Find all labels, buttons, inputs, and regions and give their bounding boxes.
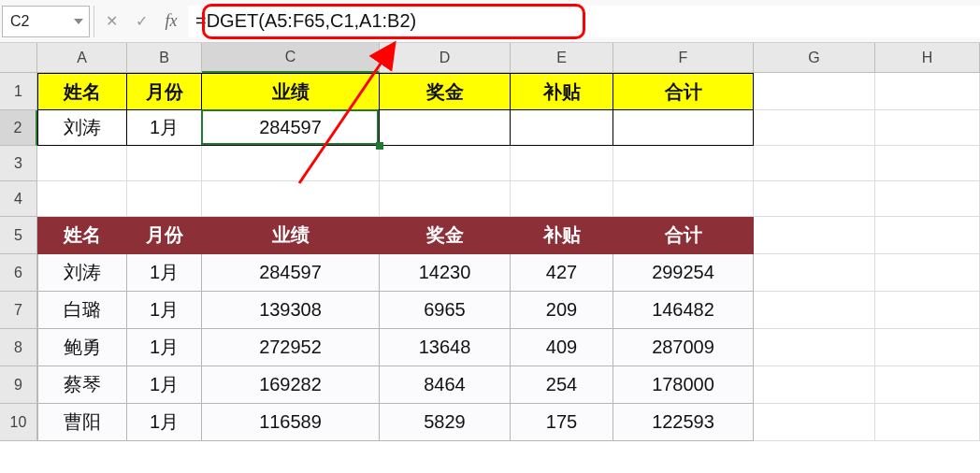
row-header-3[interactable]: 3	[0, 146, 37, 181]
column-header-E[interactable]: E	[511, 43, 613, 73]
cell[interactable]: 合计	[613, 217, 754, 254]
cell[interactable]	[875, 292, 980, 329]
cell[interactable]: 284597	[202, 110, 380, 146]
cell[interactable]	[613, 110, 754, 146]
cell[interactable]	[754, 404, 875, 441]
cell[interactable]: 1月	[127, 366, 202, 404]
cell[interactable]	[380, 110, 511, 146]
cell-grid[interactable]: 姓名月份业绩奖金补贴合计刘涛1月284597姓名月份业绩奖金补贴合计刘涛1月28…	[37, 73, 980, 441]
cell[interactable]	[511, 110, 613, 146]
column-header-D[interactable]: D	[380, 43, 511, 73]
cell[interactable]: 刘涛	[37, 254, 127, 292]
cell[interactable]: 业绩	[202, 217, 380, 254]
cell[interactable]	[875, 329, 980, 366]
dropdown-icon[interactable]	[74, 19, 83, 24]
cell[interactable]	[754, 366, 875, 404]
cell[interactable]: 补贴	[511, 217, 613, 254]
cell[interactable]: 曹阳	[37, 404, 127, 441]
accept-icon[interactable]: ✓	[132, 12, 151, 31]
column-header-C[interactable]: C	[202, 43, 380, 73]
cell[interactable]: 1月	[127, 404, 202, 441]
cell[interactable]: 姓名	[37, 217, 127, 254]
cell[interactable]: 1月	[127, 254, 202, 292]
cell[interactable]	[754, 292, 875, 329]
spreadsheet[interactable]: ABCDEFGH 12345678910 姓名月份业绩奖金补贴合计刘涛1月284…	[0, 43, 980, 473]
column-header-B[interactable]: B	[127, 43, 202, 73]
cell[interactable]	[754, 217, 875, 254]
cell[interactable]: 122593	[613, 404, 754, 441]
column-header-A[interactable]: A	[37, 43, 127, 73]
cell[interactable]: 299254	[613, 254, 754, 292]
cell[interactable]	[613, 146, 754, 181]
cell[interactable]: 月份	[127, 217, 202, 254]
cell[interactable]	[875, 404, 980, 441]
cell[interactable]	[37, 181, 127, 217]
cell[interactable]	[754, 73, 875, 110]
cell[interactable]	[511, 181, 613, 217]
name-box[interactable]: C2	[2, 6, 90, 37]
cell[interactable]: 补贴	[511, 73, 613, 110]
row-header-8[interactable]: 8	[0, 329, 37, 366]
cancel-icon[interactable]: ✕	[102, 12, 121, 31]
cell[interactable]: 209	[511, 292, 613, 329]
cell[interactable]	[127, 146, 202, 181]
cell[interactable]: 奖金	[380, 217, 511, 254]
cell[interactable]	[875, 181, 980, 217]
cell[interactable]	[875, 73, 980, 110]
cell[interactable]: 427	[511, 254, 613, 292]
cell[interactable]	[202, 146, 380, 181]
cell[interactable]: 6965	[380, 292, 511, 329]
cell[interactable]	[127, 181, 202, 217]
cell[interactable]	[754, 254, 875, 292]
cell[interactable]	[37, 146, 127, 181]
cell[interactable]: 175	[511, 404, 613, 441]
cell[interactable]: 合计	[613, 73, 754, 110]
row-header-10[interactable]: 10	[0, 404, 37, 441]
cell[interactable]: 鲍勇	[37, 329, 127, 366]
cell[interactable]	[875, 254, 980, 292]
cell[interactable]: 169282	[202, 366, 380, 404]
cell[interactable]: 刘涛	[37, 110, 127, 146]
cell[interactable]: 254	[511, 366, 613, 404]
row-header-7[interactable]: 7	[0, 292, 37, 329]
cell[interactable]: 14230	[380, 254, 511, 292]
cell[interactable]: 1月	[127, 110, 202, 146]
cell[interactable]	[875, 110, 980, 146]
cell[interactable]	[754, 146, 875, 181]
cell[interactable]	[613, 181, 754, 217]
cell[interactable]: 5829	[380, 404, 511, 441]
column-header-H[interactable]: H	[875, 43, 980, 73]
row-header-1[interactable]: 1	[0, 73, 37, 110]
cell[interactable]: 姓名	[37, 73, 127, 110]
formula-input[interactable]: =DGET(A5:F65,C1,A1:B2)	[188, 6, 980, 37]
cell[interactable]: 月份	[127, 73, 202, 110]
cell[interactable]: 13648	[380, 329, 511, 366]
column-header-G[interactable]: G	[754, 43, 875, 73]
cell[interactable]: 139308	[202, 292, 380, 329]
row-header-9[interactable]: 9	[0, 366, 37, 404]
cell[interactable]	[380, 146, 511, 181]
row-header-5[interactable]: 5	[0, 217, 37, 254]
cell[interactable]: 409	[511, 329, 613, 366]
cell[interactable]	[380, 181, 511, 217]
cell[interactable]	[875, 366, 980, 404]
cell[interactable]: 蔡琴	[37, 366, 127, 404]
cell[interactable]	[202, 181, 380, 217]
column-header-F[interactable]: F	[613, 43, 754, 73]
row-header-6[interactable]: 6	[0, 254, 37, 292]
cell[interactable]: 业绩	[202, 73, 380, 110]
cell[interactable]	[875, 217, 980, 254]
row-header-2[interactable]: 2	[0, 110, 37, 146]
cell[interactable]: 奖金	[380, 73, 511, 110]
cell[interactable]	[754, 181, 875, 217]
cell[interactable]: 白璐	[37, 292, 127, 329]
row-header-4[interactable]: 4	[0, 181, 37, 217]
cell[interactable]: 1月	[127, 292, 202, 329]
cell[interactable]: 116589	[202, 404, 380, 441]
cell[interactable]: 178000	[613, 366, 754, 404]
cell[interactable]: 287009	[613, 329, 754, 366]
cell[interactable]: 284597	[202, 254, 380, 292]
cell[interactable]: 1月	[127, 329, 202, 366]
cell[interactable]	[875, 146, 980, 181]
cell[interactable]	[754, 110, 875, 146]
